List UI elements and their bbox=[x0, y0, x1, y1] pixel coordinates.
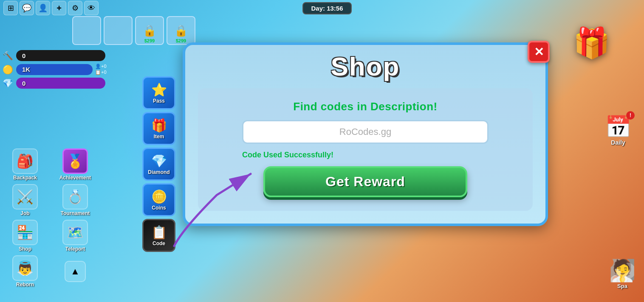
reborn-icon: 👼 bbox=[12, 255, 38, 281]
gem-icon: 💎 bbox=[2, 78, 14, 88]
shop-modal: ✕ Shop Find codes in Description! Code U… bbox=[183, 42, 548, 226]
grid-icon-btn[interactable]: ⊞ bbox=[3, 1, 18, 15]
tournament-icon: 💍 bbox=[62, 184, 88, 210]
shop-tab-pass[interactable]: ⭐ Pass bbox=[142, 76, 175, 109]
reborn-label: Reborn bbox=[16, 282, 34, 288]
top-bar: ⊞ 💬 👤 + ⚙ 👁 Day: 13:56 bbox=[0, 0, 644, 16]
coins-tab-label: Coins bbox=[152, 205, 166, 211]
success-area: Code Used Successfully! bbox=[242, 151, 489, 159]
item-label: Item bbox=[154, 134, 164, 140]
diamond-icon: 💎 bbox=[151, 154, 167, 168]
action-grid: 🎒 Backpack 🏅 Achievement ⚔️ Job 💍 Tourna… bbox=[2, 148, 99, 288]
shop-tab-diamond[interactable]: 💎 Diamond bbox=[142, 148, 175, 181]
shop-button[interactable]: 🏪 Shop bbox=[2, 220, 48, 252]
close-button[interactable]: ✕ bbox=[528, 41, 550, 63]
shop-content: Find codes in Description! Code Used Suc… bbox=[198, 88, 533, 211]
profile-icon-btn[interactable]: 👤 bbox=[36, 1, 50, 15]
eye-icon-btn[interactable]: 👁 bbox=[84, 1, 99, 15]
find-codes-text: Find codes in Description! bbox=[293, 100, 437, 113]
code-icon: 📋 bbox=[151, 225, 167, 240]
code-tab-label: Code bbox=[153, 240, 165, 246]
shop-tab-coins[interactable]: 🪙 Coins bbox=[142, 183, 175, 216]
coin-icon: 🟡 bbox=[2, 64, 14, 75]
backpack-icon: 🎒 bbox=[12, 148, 38, 174]
shop-title: Shop bbox=[331, 52, 400, 81]
coins-notif: 👤+0 📋+0 bbox=[95, 64, 107, 75]
job-label: Job bbox=[20, 210, 29, 216]
chevron-up-icon: ▲ bbox=[65, 261, 86, 282]
shop-panel-empty-1[interactable] bbox=[72, 16, 101, 45]
shop-panel-empty-2[interactable] bbox=[104, 16, 133, 45]
teleport-icon: 🗺️ bbox=[62, 220, 88, 245]
lock-price-2: $299 bbox=[176, 38, 186, 43]
daily-button[interactable]: 📅 ! Daily bbox=[605, 115, 631, 146]
expand-button[interactable]: ▲ bbox=[52, 255, 99, 288]
pass-label: Pass bbox=[153, 98, 165, 104]
shop-panel-locked-1[interactable]: 🔒 $299 bbox=[135, 16, 164, 45]
shop-icon: 🏪 bbox=[12, 220, 38, 245]
lock-icon-1: 🔒 bbox=[143, 24, 156, 37]
gift-box[interactable]: 🎁 bbox=[573, 25, 610, 60]
hammer-bar: 0 bbox=[16, 50, 105, 61]
hammer-icon: 🔨 bbox=[2, 50, 14, 61]
daily-icon: 📅 ! bbox=[605, 115, 631, 139]
shop-label: Shop bbox=[19, 246, 31, 252]
pass-icon: ⭐ bbox=[151, 82, 167, 97]
stat-row-gems: 💎 0 bbox=[2, 78, 107, 89]
code-input[interactable] bbox=[242, 120, 489, 144]
shop-tabs: ⭐ Pass 🎁 Item 💎 Diamond 🪙 Coins 📋 Code bbox=[142, 76, 175, 252]
teleport-button[interactable]: 🗺️ Teleport bbox=[52, 220, 99, 252]
job-button[interactable]: ⚔️ Job bbox=[2, 184, 48, 216]
gems-value: 0 bbox=[22, 80, 25, 87]
achievement-label: Achievement bbox=[59, 175, 91, 181]
daily-label: Daily bbox=[611, 139, 625, 146]
tournament-button[interactable]: 💍 Tournament bbox=[52, 184, 99, 216]
modal-header: Shop bbox=[198, 53, 533, 80]
gems-bar: 0 bbox=[16, 78, 105, 89]
tournament-label: Tournament bbox=[61, 210, 90, 216]
stat-bars: 🔨 0 🟡 1K 👤+0 📋+0 💎 0 bbox=[2, 50, 107, 89]
top-left-icons: ⊞ 💬 👤 + ⚙ 👁 bbox=[3, 1, 99, 15]
day-timer: Day: 13:56 bbox=[302, 2, 351, 14]
shop-panels: 🔒 $299 🔒 $299 bbox=[72, 16, 195, 45]
chat-icon-btn[interactable]: 💬 bbox=[20, 1, 34, 15]
job-icon: ⚔️ bbox=[12, 184, 38, 210]
backpack-label: Backpack bbox=[13, 175, 37, 181]
stat-row-coins: 🟡 1K 👤+0 📋+0 bbox=[2, 64, 107, 75]
backpack-button[interactable]: 🎒 Backpack bbox=[2, 148, 48, 181]
daily-badge: ! bbox=[626, 111, 635, 120]
spa-icon: 🧖 bbox=[609, 258, 636, 283]
achievement-button[interactable]: 🏅 Achievement bbox=[52, 148, 99, 181]
teleport-label: Teleport bbox=[65, 246, 85, 252]
spa-button[interactable]: 🧖 Spa bbox=[609, 258, 636, 289]
add-icon-btn[interactable]: + bbox=[52, 1, 66, 15]
get-reward-button[interactable]: Get Reward bbox=[263, 166, 467, 197]
spa-label: Spa bbox=[617, 283, 627, 289]
shop-tab-code[interactable]: 📋 Code bbox=[142, 219, 175, 252]
coins-value: 1K bbox=[22, 66, 30, 73]
settings-icon-btn[interactable]: ⚙ bbox=[68, 1, 82, 15]
coins-tab-icon: 🪙 bbox=[151, 189, 167, 204]
coins-bar: 1K bbox=[16, 64, 93, 75]
hammer-value: 0 bbox=[22, 52, 25, 59]
stat-row-hammer: 🔨 0 bbox=[2, 50, 107, 61]
item-icon: 🎁 bbox=[151, 118, 167, 133]
lock-price-1: $299 bbox=[144, 38, 155, 43]
success-message: Code Used Successfully! bbox=[242, 151, 359, 159]
diamond-label: Diamond bbox=[148, 169, 169, 175]
shop-tab-item[interactable]: 🎁 Item bbox=[142, 112, 175, 145]
lock-icon-2: 🔒 bbox=[174, 24, 188, 37]
achievement-icon: 🏅 bbox=[62, 148, 88, 174]
reborn-button[interactable]: 👼 Reborn bbox=[2, 255, 48, 288]
close-icon: ✕ bbox=[534, 45, 544, 59]
code-input-area bbox=[242, 120, 489, 144]
shop-panel-locked-2[interactable]: 🔒 $299 bbox=[167, 16, 195, 45]
